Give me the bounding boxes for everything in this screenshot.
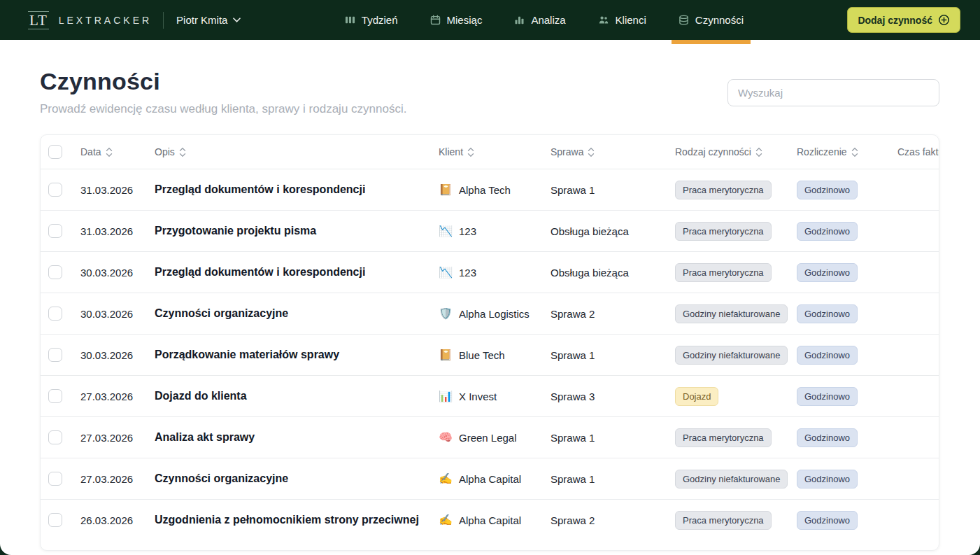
billing-badge: Godzinowo	[797, 387, 858, 406]
table-row: 31.03.2026 Przegląd dokumentów i korespo…	[41, 169, 939, 210]
top-bar: LT LEXTRACKER Piotr Kmita Tydzień Miesią…	[0, 0, 980, 40]
sort-icon[interactable]	[106, 147, 113, 157]
row-client: ✍️ Alpha Capital	[431, 514, 543, 526]
row-case: Sprawa 2	[543, 514, 667, 526]
topbar-divider	[163, 12, 164, 29]
client-name: Alpha Logistics	[459, 308, 530, 320]
row-case: Sprawa 1	[543, 349, 667, 361]
bar-chart-icon	[514, 15, 525, 25]
page-head: Czynności Prowadź ewidencję czasu według…	[0, 40, 980, 116]
row-client: 📔 Blue Tech	[431, 349, 543, 361]
search-input[interactable]	[727, 79, 939, 106]
row-checkbox[interactable]	[48, 224, 62, 238]
row-description[interactable]: Czynności organizacyjne	[147, 307, 431, 320]
row-checkbox[interactable]	[48, 183, 62, 197]
page-title: Czynności	[40, 68, 406, 95]
billing-badge: Godzinowo	[797, 263, 858, 282]
row-date: 30.03.2026	[73, 349, 147, 361]
add-activity-button[interactable]: Dodaj czynność	[847, 7, 960, 33]
activity-type-badge: Praca merytoryczna	[675, 263, 772, 282]
row-description[interactable]: Przegląd dokumentów i korespondencji	[147, 183, 431, 196]
row-checkbox[interactable]	[48, 307, 62, 321]
main-nav: Tydzień Miesiąc Analiza Klienci Czynnośc…	[345, 0, 744, 40]
client-name: X Invest	[459, 391, 497, 402]
activity-type-badge: Praca merytoryczna	[675, 511, 772, 530]
billing-badge: Godzinowo	[797, 346, 858, 365]
row-checkbox[interactable]	[48, 472, 62, 486]
row-case: Obsługa bieżąca	[543, 225, 667, 237]
week-columns-icon	[345, 15, 355, 25]
nav-item-label: Analiza	[531, 14, 565, 26]
sort-icon[interactable]	[179, 147, 186, 157]
column-header[interactable]: Klient	[431, 146, 543, 157]
row-client: ✍️ Alpha Capital	[431, 473, 543, 485]
nav-item-klienci[interactable]: Klienci	[598, 0, 646, 40]
column-header[interactable]: Sprawa	[543, 146, 667, 157]
add-activity-label: Dodaj czynność	[858, 15, 932, 26]
client-name: Blue Tech	[459, 349, 505, 361]
billing-badge: Godzinowo	[797, 511, 858, 530]
client-name: 123	[459, 225, 476, 237]
table-row: 27.03.2026 Dojazd do klienta 📊 X Invest …	[41, 375, 939, 416]
user-name: Piotr Kmita	[176, 14, 227, 26]
nav-item-analiza[interactable]: Analiza	[514, 0, 565, 40]
row-checkbox[interactable]	[48, 430, 62, 444]
column-header-label: Czas fakturowany	[897, 146, 939, 157]
row-description[interactable]: Przygotowanie projektu pisma	[147, 225, 431, 237]
client-icon: 🧠	[439, 432, 453, 443]
row-date: 26.03.2026	[73, 514, 147, 526]
row-date: 27.03.2026	[73, 391, 147, 402]
user-menu-button[interactable]: Piotr Kmita	[176, 14, 241, 26]
nav-item-czynności[interactable]: Czynności	[679, 0, 744, 40]
client-icon: ✍️	[439, 473, 453, 484]
sort-icon[interactable]	[755, 147, 762, 157]
client-icon: 📊	[439, 391, 453, 402]
activity-type-badge: Dojazd	[675, 387, 718, 406]
row-date: 31.03.2026	[73, 225, 147, 237]
nav-item-label: Miesiąc	[447, 14, 483, 26]
row-description[interactable]: Uzgodnienia z pełnomocnikiem strony prze…	[147, 514, 431, 526]
billing-badge: Godzinowo	[797, 222, 858, 241]
sort-icon[interactable]	[588, 147, 595, 157]
row-checkbox[interactable]	[48, 389, 62, 403]
client-icon: 📉	[439, 225, 453, 237]
column-header-label: Sprawa	[551, 146, 583, 157]
activity-type-badge: Godziny niefakturowane	[675, 470, 788, 489]
row-description[interactable]: Przegląd dokumentów i korespondencji	[147, 266, 431, 279]
page-subtitle: Prowadź ewidencję czasu według klienta, …	[40, 102, 406, 116]
row-date: 27.03.2026	[73, 432, 147, 444]
row-description[interactable]: Czynności organizacyjne	[147, 472, 431, 485]
row-description[interactable]: Analiza akt sprawy	[147, 431, 431, 444]
row-client: 🛡️ Alpha Logistics	[431, 308, 543, 320]
column-header-label: Klient	[439, 146, 463, 157]
sort-icon[interactable]	[467, 147, 474, 157]
row-description[interactable]: Porządkowanie materiałów sprawy	[147, 349, 431, 361]
column-header[interactable]: Rodzaj czynności	[667, 146, 789, 157]
column-header[interactable]: Opis	[147, 146, 431, 157]
row-client: 📔 Alpha Tech	[431, 184, 543, 196]
client-icon: 🛡️	[439, 308, 453, 319]
table-body: 31.03.2026 Przegląd dokumentów i korespo…	[41, 169, 939, 540]
logo: LT LEXTRACKER	[28, 11, 152, 29]
row-checkbox[interactable]	[48, 348, 62, 362]
logo-monogram: LT	[28, 11, 49, 29]
billing-badge: Godzinowo	[797, 304, 858, 323]
row-description[interactable]: Dojazd do klienta	[147, 390, 431, 402]
column-header-label: Rozliczenie	[797, 146, 847, 157]
activity-type-badge: Godziny niefakturowane	[675, 304, 788, 323]
billing-badge: Godzinowo	[797, 181, 858, 199]
row-checkbox[interactable]	[48, 513, 62, 527]
select-all-checkbox[interactable]	[48, 145, 62, 159]
column-header[interactable]: Czas fakturowany	[890, 146, 939, 157]
column-header[interactable]: Data	[73, 146, 147, 157]
nav-item-miesiąc[interactable]: Miesiąc	[430, 0, 483, 40]
header-checkbox-cell	[41, 145, 73, 159]
calendar-icon	[430, 15, 441, 25]
row-checkbox[interactable]	[48, 265, 62, 279]
row-date: 30.03.2026	[73, 308, 147, 320]
sort-icon[interactable]	[851, 147, 858, 157]
column-header-label: Opis	[155, 146, 175, 157]
column-header[interactable]: Rozliczenie	[789, 146, 890, 157]
nav-item-tydzień[interactable]: Tydzień	[345, 0, 398, 40]
row-case: Obsługa bieżąca	[543, 267, 667, 279]
